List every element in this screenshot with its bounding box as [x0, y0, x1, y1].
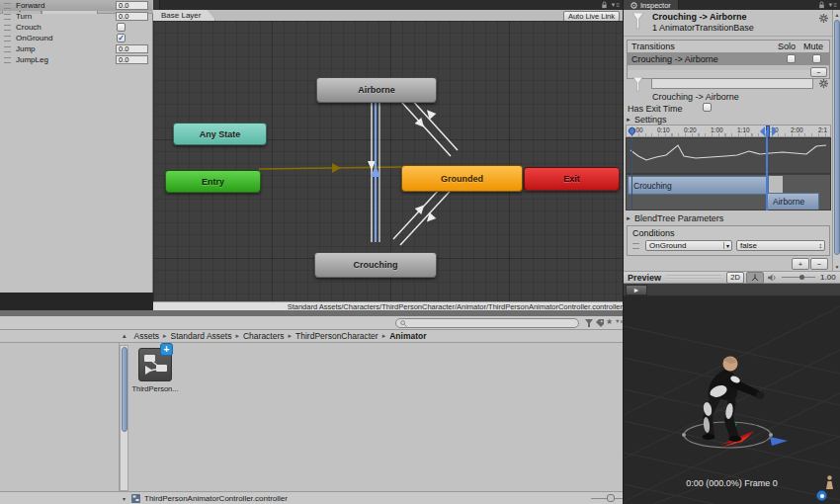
- parameter-row-jumpleg[interactable]: JumpLeg 0.0: [0, 54, 152, 65]
- project-search-input[interactable]: [395, 318, 579, 328]
- state-node-crouching[interactable]: Crouching: [314, 252, 437, 278]
- condition-value-dropdown[interactable]: false ↕: [736, 240, 825, 251]
- scroll-up-icon[interactable]: ▲: [835, 12, 840, 18]
- transition-list-row[interactable]: Crouching -> Airborne: [628, 52, 829, 65]
- project-scrollbar[interactable]: [120, 345, 128, 491]
- search-icon: [400, 320, 407, 327]
- drag-handle-icon[interactable]: [4, 46, 11, 52]
- preview-speed-slider[interactable]: [782, 277, 815, 278]
- breadcrumb-separator-icon: ▸: [163, 332, 167, 340]
- selected-file-name: ThirdPersonAnimatorController.controller: [144, 494, 288, 503]
- parameter-checkbox-checked[interactable]: ✓: [117, 34, 126, 42]
- parameter-row-turn[interactable]: Turn 0.0: [0, 11, 152, 22]
- label-tag-icon[interactable]: [596, 319, 604, 327]
- solo-checkbox[interactable]: [787, 54, 796, 63]
- settings-foldout[interactable]: ► Settings: [626, 115, 666, 125]
- mute-checkbox[interactable]: [812, 54, 821, 63]
- unity-editor: Animator # Scene ◖ Game ▼≡ Layers Parame…: [0, 0, 840, 504]
- preview-status: 0:00 (000.0%) Frame 0: [624, 478, 840, 488]
- foldout-icon: ►: [626, 117, 631, 123]
- parameter-list: Forward 0.0 Turn 0.0 Crouch OnGround ✓ J…: [0, 0, 152, 65]
- tab-inspector[interactable]: Inspector: [624, 0, 679, 10]
- collapse-icon[interactable]: ▴: [123, 332, 126, 340]
- tab-inspector-label: Inspector: [640, 1, 671, 10]
- preview-drag-handle[interactable]: [666, 275, 721, 280]
- parameter-value-field[interactable]: 0.0: [116, 1, 148, 10]
- breadcrumb-characters[interactable]: Characters: [243, 331, 285, 341]
- state-node-entry[interactable]: Entry: [165, 170, 261, 193]
- drag-handle-icon[interactable]: [4, 57, 11, 63]
- transition-name-input[interactable]: [651, 78, 813, 89]
- state-node-any-state[interactable]: Any State: [173, 123, 267, 145]
- inspector-scrollbar-thumb[interactable]: [834, 20, 840, 255]
- drag-handle-icon[interactable]: [4, 3, 11, 9]
- state-machine-canvas[interactable]: Airborne Any State Entry Grounded Exit C…: [153, 21, 623, 301]
- parameter-checkbox[interactable]: [117, 23, 126, 32]
- parameter-value-field[interactable]: 0.0: [116, 55, 148, 64]
- remove-condition-button[interactable]: −: [810, 258, 828, 270]
- filter-funnel-icon[interactable]: [585, 319, 593, 327]
- lock-icon[interactable]: [818, 1, 825, 9]
- slider-thumb[interactable]: [799, 275, 804, 280]
- playhead-line: [766, 130, 768, 210]
- breadcrumb-toggle-icon[interactable]: ▾: [123, 495, 126, 502]
- parameter-value-field[interactable]: 0.0: [116, 44, 148, 53]
- asset-icon-animator-controller[interactable]: +: [138, 348, 172, 381]
- parameter-name: Turn: [16, 12, 32, 21]
- tick-label: 0:10: [657, 126, 670, 133]
- favorites-star-icon[interactable]: ★: [606, 317, 613, 326]
- gear-icon[interactable]: [819, 14, 828, 23]
- blendtree-parameters-foldout[interactable]: ► BlendTree Parameters: [626, 213, 723, 223]
- state-node-exit[interactable]: Exit: [524, 167, 620, 191]
- lock-icon[interactable]: [601, 1, 608, 9]
- gear-icon[interactable]: [819, 79, 828, 88]
- transition-name-label: Crouching -> Airborne: [652, 92, 739, 102]
- parameter-row-forward[interactable]: Forward 0.0: [0, 0, 152, 11]
- parameter-row-onground[interactable]: OnGround ✓: [0, 33, 152, 43]
- breadcrumb-standard-assets[interactable]: Standard Assets: [171, 331, 232, 341]
- parameter-row-jump[interactable]: Jump 0.0: [0, 43, 152, 54]
- drag-handle-icon[interactable]: [632, 243, 639, 249]
- check-icon: ✓: [118, 34, 125, 42]
- breadcrumb-thirdpersoncharacter[interactable]: ThirdPersonCharacter: [295, 331, 378, 341]
- parameter-name: Forward: [16, 1, 44, 10]
- avatar-icon[interactable]: [825, 475, 834, 489]
- add-condition-button[interactable]: +: [792, 258, 809, 270]
- audio-icon[interactable]: [768, 274, 777, 282]
- track-bar-crouching[interactable]: Crouching: [628, 176, 769, 195]
- pane-menu-icon[interactable]: ▼≡: [828, 2, 837, 8]
- condition-row[interactable]: OnGround ▾ false ↕: [628, 240, 829, 251]
- drag-handle-icon[interactable]: [4, 36, 11, 42]
- pane-menu-icon[interactable]: ▼≡: [611, 2, 620, 8]
- breadcrumb-assets[interactable]: Assets: [134, 331, 160, 341]
- inspector-scrollbar[interactable]: ▲ ▼: [832, 10, 840, 271]
- drag-handle-icon[interactable]: [4, 25, 11, 31]
- parameter-value-field[interactable]: 0.0: [116, 12, 148, 21]
- preview-header[interactable]: Preview 2D 1.00: [624, 271, 840, 284]
- state-node-grounded[interactable]: Grounded: [401, 165, 523, 192]
- track-bar-airborne[interactable]: Airborne: [767, 193, 819, 210]
- inspector-pane-icons: ▼≡: [818, 0, 840, 10]
- scroll-down-icon[interactable]: ▼: [835, 264, 840, 270]
- preview-toolbar: ►: [624, 284, 840, 296]
- parameter-row-crouch[interactable]: Crouch: [0, 22, 152, 33]
- drag-handle-icon[interactable]: [4, 14, 11, 20]
- state-node-airborne[interactable]: Airborne: [316, 77, 437, 103]
- foldout-icon: ►: [626, 215, 631, 221]
- remove-transition-button[interactable]: −: [810, 67, 827, 77]
- preview-pivot-button[interactable]: [746, 272, 764, 284]
- slider-thumb[interactable]: [607, 494, 615, 502]
- breadcrumb-animator[interactable]: Animator: [389, 331, 426, 341]
- thumbnail-size-slider[interactable]: [591, 494, 615, 502]
- timeline-ruler[interactable]: 0:00 0:10 0:20 1:00 1:10 1:20 2:00 2:1: [626, 125, 831, 137]
- preview-2d-button[interactable]: 2D: [726, 272, 744, 284]
- tab-base-layer[interactable]: Base Layer: [153, 10, 215, 21]
- enum-updown-icon: ↕: [819, 242, 823, 249]
- preview-play-button[interactable]: ►: [626, 285, 647, 295]
- playhead-left-arrow: [760, 126, 765, 136]
- preview-viewport[interactable]: 0:00 (000.0%) Frame 0: [624, 296, 840, 504]
- condition-parameter-dropdown[interactable]: OnGround ▾: [645, 240, 732, 251]
- avatar-selector-icon[interactable]: [816, 490, 827, 501]
- tick-label: 2:00: [791, 126, 803, 133]
- has-exit-time-checkbox[interactable]: [703, 103, 712, 112]
